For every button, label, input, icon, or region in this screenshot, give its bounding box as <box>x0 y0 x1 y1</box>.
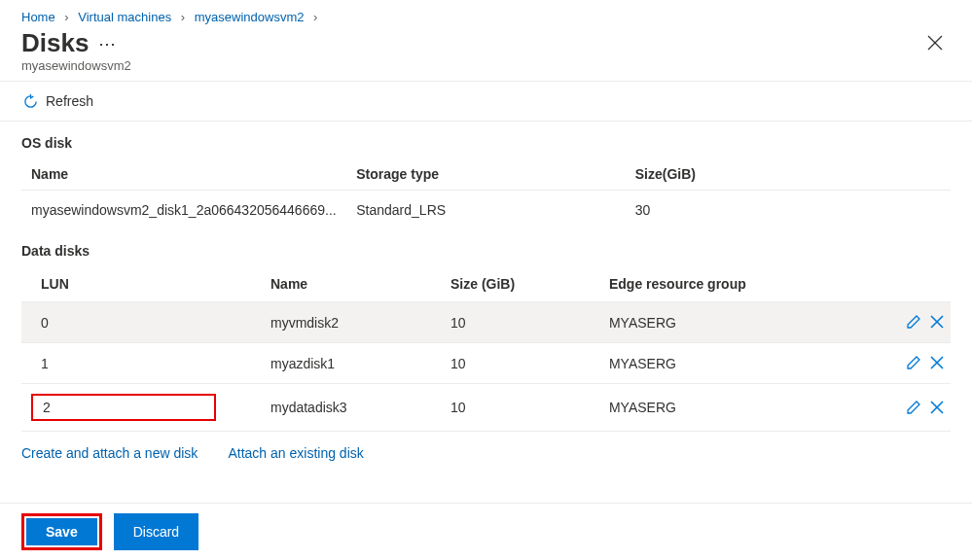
data-disk-size: 10 <box>435 343 594 384</box>
chevron-right-icon: › <box>313 10 317 24</box>
breadcrumb-home[interactable]: Home <box>21 10 55 24</box>
delete-icon[interactable] <box>927 312 947 332</box>
dd-col-size: Size (GiB) <box>435 266 594 302</box>
save-highlight: Save <box>21 513 102 550</box>
refresh-button[interactable]: Refresh <box>21 89 95 113</box>
dd-col-lun: LUN <box>21 266 255 302</box>
data-disk-erg: MYASERG <box>594 302 881 343</box>
data-disk-name: mydatadisk3 <box>255 384 435 432</box>
os-col-name: Name <box>21 158 346 191</box>
data-disk-lun: 1 <box>21 343 255 384</box>
chevron-right-icon: › <box>64 10 68 24</box>
refresh-label: Refresh <box>46 93 93 109</box>
save-button[interactable]: Save <box>26 518 97 545</box>
footer-bar: Save Discard <box>0 503 972 560</box>
attach-existing-disk-link[interactable]: Attach an existing disk <box>228 445 363 461</box>
data-disk-row: 2 mydatadisk3 10 MYASERG <box>21 384 951 432</box>
os-col-size: Size(GiB) <box>626 158 951 191</box>
breadcrumb-virtual-machines[interactable]: Virtual machines <box>78 10 171 24</box>
os-disk-storage-type: Standard_LRS <box>346 191 626 230</box>
edit-icon[interactable] <box>904 398 923 417</box>
data-disk-erg: MYASERG <box>594 384 881 432</box>
breadcrumb-vm-name[interactable]: myasewindowsvm2 <box>195 10 305 24</box>
discard-button[interactable]: Discard <box>114 513 198 550</box>
data-disk-size: 10 <box>435 302 594 343</box>
lun-highlighted-value: 2 <box>31 394 216 421</box>
page-subtitle: myasewindowsvm2 <box>0 58 972 81</box>
data-disk-lun: 0 <box>21 302 255 343</box>
command-bar: Refresh <box>0 81 972 122</box>
breadcrumb: Home › Virtual machines › myasewindowsvm… <box>0 0 972 24</box>
os-col-storage-type: Storage type <box>346 158 626 191</box>
delete-icon[interactable] <box>927 353 947 372</box>
dd-col-actions <box>881 266 951 302</box>
data-disk-size: 10 <box>435 384 594 432</box>
refresh-icon <box>23 94 38 109</box>
os-disk-size: 30 <box>626 191 951 230</box>
data-disk-name: myazdisk1 <box>255 343 435 384</box>
more-options-icon[interactable]: ⋯ <box>98 35 116 52</box>
dd-col-name: Name <box>255 266 435 302</box>
dd-col-erg: Edge resource group <box>594 266 881 302</box>
page-title: Disks <box>21 28 89 58</box>
edit-icon[interactable] <box>904 312 923 332</box>
data-disks-table: LUN Name Size (GiB) Edge resource group … <box>21 266 951 432</box>
data-disk-row: 0 myvmdisk2 10 MYASERG <box>21 302 951 343</box>
close-icon[interactable] <box>919 30 951 57</box>
data-disk-lun: 2 <box>21 384 255 432</box>
data-disk-row: 1 myazdisk1 10 MYASERG <box>21 343 951 384</box>
data-disk-erg: MYASERG <box>594 343 881 384</box>
data-disk-name: myvmdisk2 <box>255 302 435 343</box>
data-disks-section-title: Data disks <box>21 243 951 259</box>
edit-icon[interactable] <box>904 353 923 372</box>
delete-icon[interactable] <box>927 398 947 417</box>
os-disk-row: myasewindowsvm2_disk1_2a066432056446669.… <box>21 191 951 230</box>
os-disk-section-title: OS disk <box>21 135 951 151</box>
os-disk-table: Name Storage type Size(GiB) myasewindows… <box>21 158 951 229</box>
os-disk-name: myasewindowsvm2_disk1_2a066432056446669.… <box>21 191 346 230</box>
create-attach-disk-link[interactable]: Create and attach a new disk <box>21 445 198 461</box>
chevron-right-icon: › <box>181 10 185 24</box>
